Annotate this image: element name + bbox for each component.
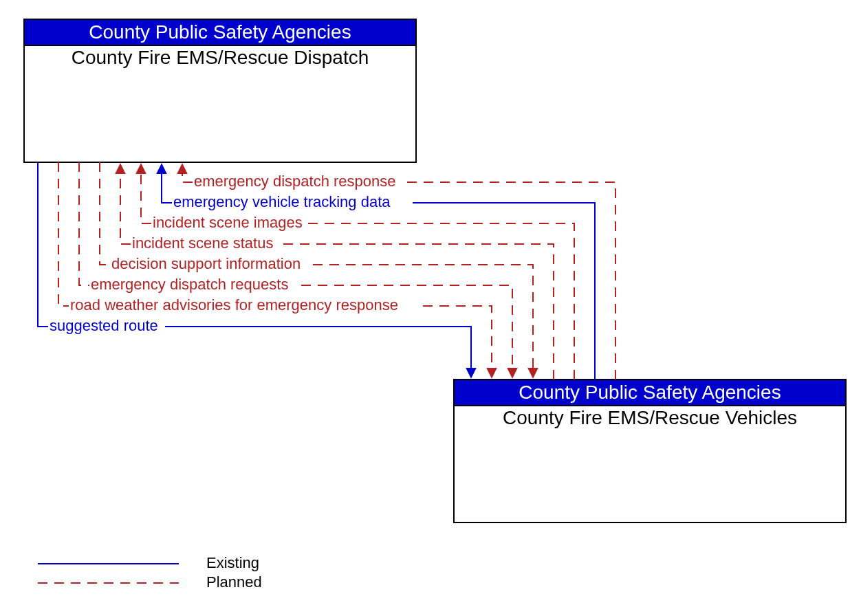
node-vehicles-body-text: County Fire EMS/Rescue Vehicles [503, 407, 797, 428]
flow-label-road-weather-advisories: road weather advisories for emergency re… [70, 296, 398, 314]
flow-label-decision-support-information: decision support information [111, 255, 301, 272]
flow-label-incident-scene-status: incident scene status [132, 234, 273, 252]
node-dispatch: County Public Safety Agencies County Fir… [24, 19, 416, 162]
node-vehicles: County Public Safety Agencies County Fir… [454, 380, 846, 522]
node-dispatch-body-text: County Fire EMS/Rescue Dispatch [72, 47, 369, 68]
flow-label-incident-scene-images: incident scene images [153, 214, 303, 231]
flow-label-emergency-vehicle-tracking-data: emergency vehicle tracking data [173, 193, 391, 210]
node-vehicles-header-text: County Public Safety Agencies [519, 382, 781, 403]
legend: Existing Planned [38, 554, 262, 591]
flow-label-emergency-dispatch-requests: emergency dispatch requests [91, 276, 288, 293]
flow-label-suggested-route: suggested route [50, 317, 158, 334]
flow-label-emergency-dispatch-response: emergency dispatch response [194, 173, 396, 190]
node-dispatch-header-text: County Public Safety Agencies [89, 21, 351, 43]
legend-existing-label: Existing [206, 554, 259, 571]
legend-planned-label: Planned [206, 573, 262, 591]
architecture-flow-diagram: County Public Safety Agencies County Fir… [0, 0, 861, 616]
